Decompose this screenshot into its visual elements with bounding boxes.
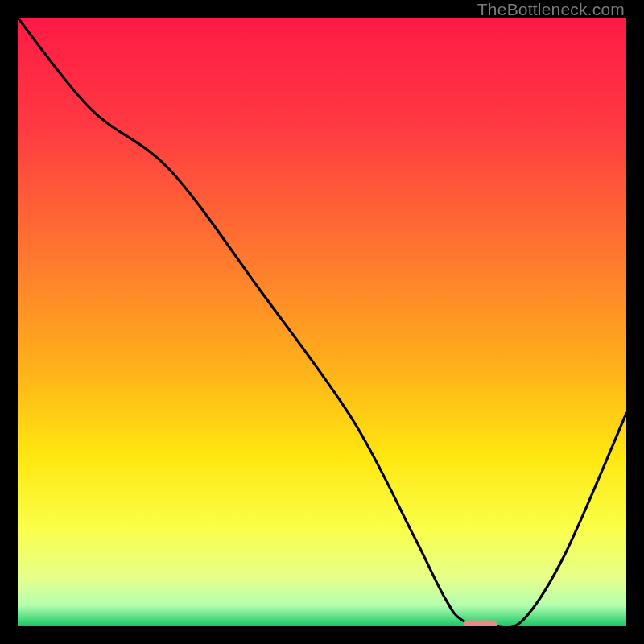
watermark-text: TheBottleneck.com (477, 0, 625, 19)
chart-frame (18, 18, 626, 626)
bottleneck-chart (18, 18, 626, 626)
optimal-point-marker (464, 621, 497, 627)
chart-background (18, 18, 626, 626)
